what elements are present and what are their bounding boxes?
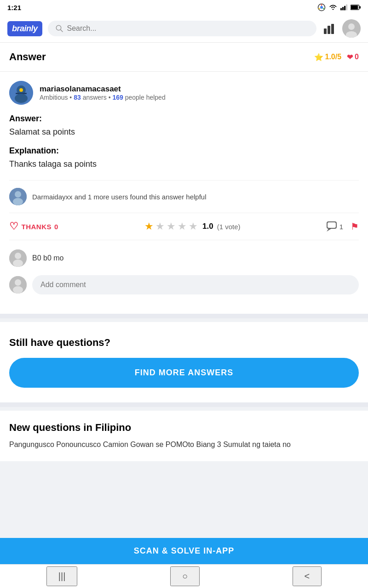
user-details: mariasolanamacasaet Ambitious • 83 answe…: [40, 85, 166, 101]
people-helped: 169: [112, 94, 123, 101]
thanks-heart-icon: ♡: [9, 220, 19, 232]
nav-home-button[interactable]: ○: [170, 566, 200, 586]
brainly-logo[interactable]: brainly: [7, 21, 42, 36]
helper-avatar: [9, 188, 27, 205]
new-questions-text: Pangungusco Ponouncusco Camion Gowan se …: [9, 439, 359, 450]
still-questions-title: Still have questions?: [9, 337, 359, 349]
svg-rect-16: [331, 24, 334, 34]
user-level: Ambitious: [40, 94, 68, 101]
status-icons: [317, 3, 361, 11]
svg-rect-11: [359, 6, 361, 8]
bottom-spacer: [0, 461, 368, 512]
star-rating: ⭐ 1.0/5: [314, 53, 342, 62]
heart-rating: ❤ 0: [347, 53, 359, 62]
user-avatar-svg: [342, 19, 361, 38]
svg-point-1: [320, 6, 323, 9]
new-questions-title: New questions in Filipino: [9, 422, 359, 434]
svg-point-12: [56, 25, 61, 30]
svg-line-4: [318, 8, 320, 9]
star-2[interactable]: ★: [155, 220, 165, 232]
divider-1: [0, 314, 368, 318]
nav-back-button[interactable]: <: [293, 566, 322, 586]
user-stats: Ambitious • 83 answers • 169 people help…: [40, 94, 166, 101]
helpful-section: Darmaidayxx and 1 more users found this …: [9, 180, 359, 213]
user-avatar-header[interactable]: [342, 19, 361, 38]
answer-content: mariasolanamacasaet Ambitious • 83 answe…: [0, 72, 368, 314]
bottom-nav: ||| ○ <: [0, 564, 368, 588]
search-input[interactable]: [67, 24, 309, 33]
thanks-count: 0: [54, 223, 58, 231]
comment-badge[interactable]: 1: [327, 221, 343, 232]
vote-actions: 1 ⚑: [327, 221, 359, 232]
answer-author-avatar-svg: [9, 81, 33, 105]
flag-icon[interactable]: ⚑: [351, 221, 359, 232]
scan-solve-bar[interactable]: SCAN & SOLVE IN-APP: [0, 538, 368, 564]
vote-count: (1 vote): [217, 223, 241, 231]
battery-icon: [351, 4, 361, 11]
heart-icon: ❤: [347, 53, 353, 62]
status-time: 1:21: [7, 4, 21, 11]
svg-rect-14: [324, 28, 327, 34]
star-icon-filled: ⭐: [314, 53, 323, 62]
answer-count: 83: [74, 94, 81, 101]
add-comment-avatar: [9, 276, 27, 294]
svg-rect-6: [342, 7, 344, 10]
rating-area: ⭐ 1.0/5 ❤ 0: [314, 53, 359, 62]
star-4[interactable]: ★: [178, 220, 187, 232]
svg-line-3: [323, 8, 325, 9]
logo-text: brainly: [12, 24, 38, 34]
star-5[interactable]: ★: [189, 220, 198, 232]
still-questions-section: Still have questions? FIND MORE ANSWERS: [0, 322, 368, 402]
user-info: mariasolanamacasaet Ambitious • 83 answe…: [9, 81, 359, 105]
svg-rect-8: [346, 5, 347, 11]
find-more-answers-button[interactable]: FIND MORE ANSWERS: [9, 358, 359, 388]
answer-header: Answer ⭐ 1.0/5 ❤ 0: [0, 43, 368, 72]
thanks-label: THANKS: [22, 223, 52, 231]
people-helped-label: people helped: [125, 94, 166, 101]
svg-point-33: [13, 260, 23, 267]
svg-point-36: [13, 286, 23, 294]
svg-point-26: [15, 191, 21, 198]
svg-rect-29: [328, 222, 336, 228]
signal-icon: [340, 4, 348, 11]
add-comment-row: [9, 271, 359, 299]
vote-score: 1.0: [202, 222, 213, 231]
nav-menu-button[interactable]: |||: [46, 566, 78, 586]
add-comment-input[interactable]: [32, 275, 359, 294]
stats-icon[interactable]: [322, 22, 335, 35]
svg-point-24: [15, 94, 28, 103]
svg-marker-30: [327, 229, 331, 232]
helper-avatar-svg: [9, 188, 27, 205]
svg-rect-5: [340, 8, 342, 11]
svg-point-35: [15, 279, 21, 286]
divider-2: [0, 402, 368, 407]
comment-section: B0 b0 mo: [9, 240, 359, 305]
comment-avatar-svg: [9, 249, 27, 267]
answer-author-avatar[interactable]: [9, 81, 33, 105]
browser-icon: [317, 3, 326, 11]
svg-rect-7: [344, 6, 345, 11]
helpful-text: Darmaidayxx and 1 more users found this …: [32, 193, 207, 201]
svg-line-13: [60, 30, 63, 32]
header-icons: [322, 19, 361, 38]
star-3[interactable]: ★: [167, 220, 176, 232]
answer-title: Answer: [9, 51, 46, 63]
vote-row: ♡ THANKS 0 ★ ★ ★ ★ ★ 1.0 (1 vote) 1 ⚑: [9, 213, 359, 240]
star-rating-value: 1.0/5: [325, 53, 342, 61]
comment-count: 1: [339, 223, 343, 231]
explanation-label: Explanation:: [9, 146, 359, 156]
svg-rect-10: [351, 6, 358, 9]
star-1[interactable]: ★: [144, 220, 154, 232]
search-icon: [55, 24, 63, 33]
stars-row: ★ ★ ★ ★ ★ 1.0 (1 vote): [144, 220, 241, 232]
search-bar[interactable]: [48, 21, 316, 36]
comment-item: B0 b0 mo: [9, 246, 359, 271]
answer-label: Answer:: [9, 114, 359, 124]
new-questions-section: New questions in Filipino Pangungusco Po…: [0, 411, 368, 461]
svg-point-32: [15, 253, 21, 259]
comment-avatar: [9, 249, 27, 267]
thanks-button[interactable]: ♡ THANKS 0: [9, 220, 58, 232]
svg-point-27: [13, 198, 23, 205]
username[interactable]: mariasolanamacasaet: [40, 85, 166, 94]
explanation-text: Thanks talaga sa points: [9, 159, 359, 169]
